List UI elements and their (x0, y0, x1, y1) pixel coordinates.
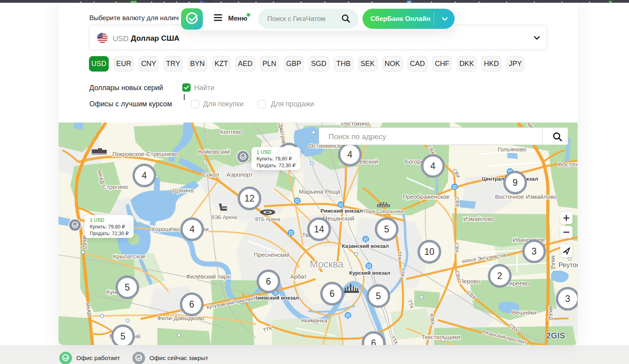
svg-text:Пресненский: Пресненский (254, 251, 290, 258)
svg-text:Казанский вокзал: Казанский вокзал (342, 243, 389, 249)
svg-text:Москва: Москва (310, 258, 343, 270)
svg-text:СВХ: СВХ (454, 243, 460, 253)
svg-text:Преображенское: Преображенское (403, 193, 450, 200)
svg-text:Измайлово: Измайлово (463, 215, 494, 222)
svg-text:Рижский вокзал: Рижский вокзал (320, 208, 363, 214)
svg-text:Аэропорт: Аэропорт (227, 171, 253, 178)
svg-text:Фили-Давыдково: Фили-Давыдково (157, 315, 204, 321)
svg-text:Покровское-Стрешнево: Покровское-Стрешнево (112, 151, 178, 157)
svg-text:Киевский вокзал: Киевский вокзал (255, 295, 299, 301)
svg-text:Реутов: Реутов (559, 261, 578, 269)
svg-text:Восточное Измайлово: Восточное Измайлово (495, 193, 557, 200)
svg-text:ТТК: ТТК (396, 251, 402, 260)
svg-text:Перово: Перово (459, 278, 480, 285)
svg-text:Сокол: Сокол (202, 171, 219, 178)
svg-text:МКАД: МКАД (550, 255, 556, 270)
svg-text:Коптево: Коптево (220, 128, 242, 135)
svg-text:Курский вокзал: Курский вокзал (349, 270, 390, 276)
svg-text:СВХ: СВХ (454, 197, 460, 207)
svg-text:Строгино: Строгино (102, 183, 128, 190)
svg-text:Восточный: Восточный (558, 161, 578, 168)
svg-text:Вешняки: Вешняки (512, 309, 536, 316)
svg-text:ТТК: ТТК (399, 268, 406, 277)
svg-text:Текстильщики: Текстильщики (421, 334, 460, 340)
svg-text:Крылатское: Крылатское (113, 253, 145, 260)
svg-text:ВТБ Арена: ВТБ Арена (255, 217, 280, 222)
svg-text:Ростокино: Ростокино (341, 123, 370, 127)
svg-text:Якиманка: Якиманка (300, 317, 328, 324)
svg-text:Щукино: Щукино (172, 187, 193, 194)
svg-text:ЮВХ: ЮВХ (429, 313, 436, 326)
svg-text:Марьина Роща: Марьина Роща (299, 188, 340, 195)
svg-text:Войковский: Войковский (198, 148, 230, 155)
svg-text:МКАД: МКАД (548, 306, 553, 320)
svg-text:Арбат: Арбат (290, 273, 307, 280)
svg-text:Гольяново: Гольяново (498, 146, 527, 153)
svg-text:ВЭБ Арена: ВЭБ Арена (211, 215, 237, 220)
svg-text:Филёвский парк: Филёвский парк (186, 273, 230, 280)
svg-text:Парк Сокольники: Парк Сокольники (364, 209, 404, 214)
